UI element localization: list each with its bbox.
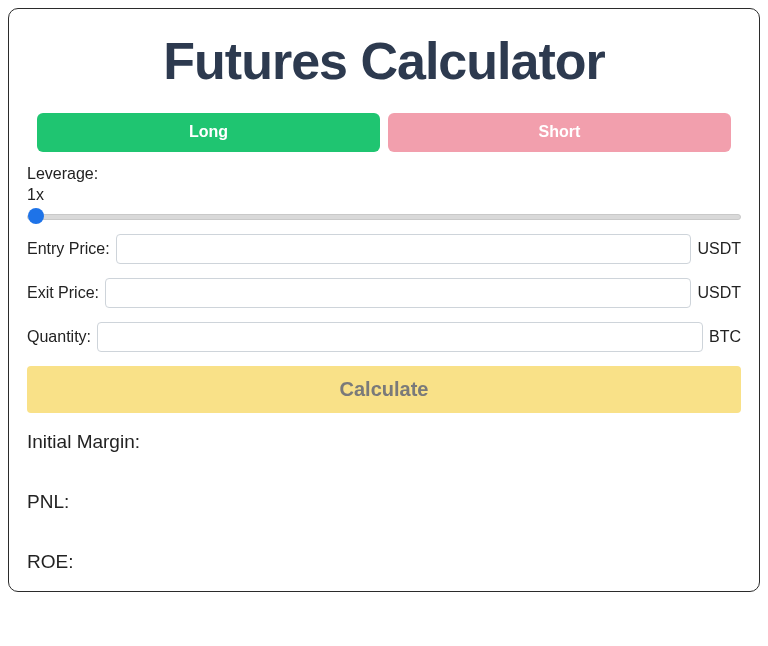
exit-price-unit: USDT	[697, 284, 741, 302]
exit-price-label: Exit Price:	[27, 284, 99, 302]
quantity-label: Quantity:	[27, 328, 91, 346]
quantity-unit: BTC	[709, 328, 741, 346]
position-toggle-group: Long Short	[27, 113, 741, 152]
quantity-input[interactable]	[97, 322, 703, 352]
leverage-label: Leverage:	[27, 164, 741, 185]
leverage-slider[interactable]	[27, 214, 741, 220]
calculator-card: Futures Calculator Long Short Leverage: …	[8, 8, 760, 592]
leverage-value: 1x	[27, 185, 741, 206]
entry-price-unit: USDT	[697, 240, 741, 258]
entry-price-input[interactable]	[116, 234, 692, 264]
short-button[interactable]: Short	[388, 113, 731, 152]
quantity-row: Quantity: BTC	[27, 322, 741, 352]
entry-price-row: Entry Price: USDT	[27, 234, 741, 264]
calculate-button[interactable]: Calculate	[27, 366, 741, 413]
entry-price-label: Entry Price:	[27, 240, 110, 258]
pnl-result: PNL:	[27, 491, 741, 513]
leverage-section: Leverage: 1x	[27, 164, 741, 234]
page-title: Futures Calculator	[27, 31, 741, 91]
initial-margin-result: Initial Margin:	[27, 431, 741, 453]
roe-result: ROE:	[27, 551, 741, 573]
long-button[interactable]: Long	[37, 113, 380, 152]
exit-price-input[interactable]	[105, 278, 691, 308]
exit-price-row: Exit Price: USDT	[27, 278, 741, 308]
